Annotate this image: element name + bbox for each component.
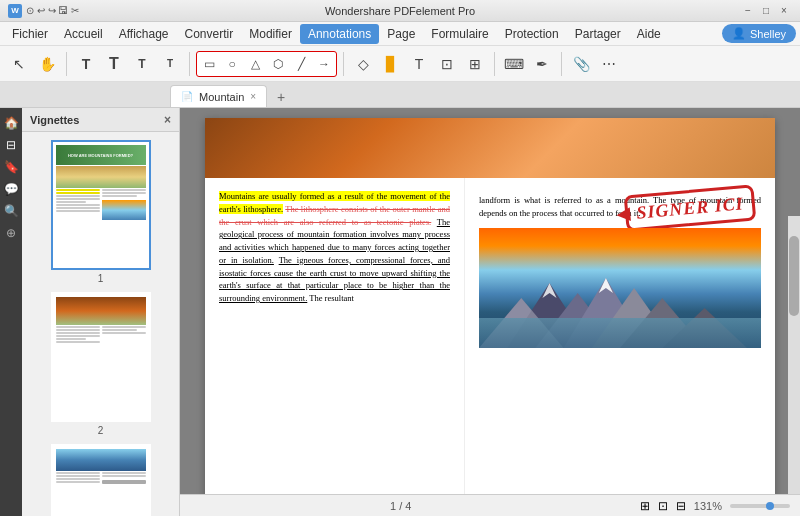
hand-tool[interactable]: ✋ [34,51,60,77]
sidebar-bookmark-icon[interactable]: 🔖 [2,158,20,176]
triangle-tool[interactable]: △ [244,53,266,75]
sidebar-search-icon[interactable]: 🔍 [2,202,20,220]
sidebar-thumbnail-icon[interactable]: ⊟ [2,136,20,154]
extra-tool[interactable]: ⋯ [596,51,622,77]
zoom-level-label: 131% [694,500,722,512]
eraser-tool[interactable]: ◇ [350,51,376,77]
cursor-tool[interactable]: ↖ [6,51,32,77]
menu-modifier[interactable]: Modifier [241,24,300,44]
text-tool-1[interactable]: T [73,51,99,77]
text-tool-3[interactable]: T [129,51,155,77]
sep5 [561,52,562,76]
sidebar-icons: 🏠 ⊟ 🔖 💬 🔍 ⊕ [0,108,22,516]
arrow-tool[interactable]: → [313,53,335,75]
text-tool-2[interactable]: T [101,51,127,77]
tab-bar: 📄 Mountain × + [0,82,800,108]
title-bar-left: W ⊙ ↩ ↪ 🖫 ✂ [8,4,79,18]
line-tool[interactable]: ╱ [290,53,312,75]
menu-bar: Fichier Accueil Affichage Convertir Modi… [0,22,800,46]
menu-page[interactable]: Page [379,24,423,44]
sidebar-comment-icon[interactable]: 💬 [2,180,20,198]
page-left-column: Mountains are usually formed as a result… [205,178,465,516]
page-content: Mountains are usually formed as a result… [205,178,775,516]
window-controls: − □ × [740,3,792,19]
user-icon: 👤 [732,27,746,40]
status-bar: 1 / 4 ⊞ ⊡ ⊟ 131% [180,494,800,516]
mountain-water [479,318,761,348]
thumbnails-title: Vignettes [30,114,79,126]
pdf-page: ◀ SIGNER ICI Mountains are usually forme… [205,118,775,516]
menu-annotations[interactable]: Annotations [300,24,379,44]
zoom-slider[interactable] [730,504,790,508]
menu-protection[interactable]: Protection [497,24,567,44]
mountain-photo [479,228,761,348]
user-badge[interactable]: 👤 Shelley [722,24,796,43]
app-icon: W [8,4,22,18]
menu-fichier[interactable]: Fichier [4,24,56,44]
thumbnail-item-2[interactable]: 2 [30,292,171,436]
menu-aide[interactable]: Aide [629,24,669,44]
page-top-image [205,118,775,178]
menu-affichage[interactable]: Affichage [111,24,177,44]
main-layout: 🏠 ⊟ 🔖 💬 🔍 ⊕ Vignettes × HOW ARE MOUNTAIN… [0,108,800,516]
toolbar: ↖ ✋ T T T T ▭ ○ △ ⬡ ╱ → ◇ ▊ T ⊡ ⊞ ⌨ ✒ 📎 … [0,46,800,82]
sep3 [343,52,344,76]
text-comment-tool[interactable]: T [406,51,432,77]
thumbnail-item-1[interactable]: HOW ARE MOUNTAINS FORMED? [30,140,171,284]
shape-tools-group: ▭ ○ △ ⬡ ╱ → [196,51,337,77]
stamp-tool[interactable]: ⊞ [462,51,488,77]
tab-close-button[interactable]: × [250,91,256,102]
thumbnail-item-3[interactable]: 3 [30,444,171,516]
menu-formulaire[interactable]: Formulaire [423,24,496,44]
zoom-slider-thumb [766,502,774,510]
maximize-button[interactable]: □ [758,3,774,19]
scrollbar-thumb[interactable] [789,236,799,316]
title-bar: W ⊙ ↩ ↪ 🖫 ✂ Wondershare PDFelement Pro −… [0,0,800,22]
sign-tool-1[interactable]: ⌨ [501,51,527,77]
pdf-viewer[interactable]: ◀ SIGNER ICI Mountains are usually forme… [180,108,800,516]
thumbnails-header: Vignettes × [22,108,179,132]
callout-tool[interactable]: ⊡ [434,51,460,77]
thumbnail-num-1: 1 [98,273,104,284]
title-bar-icons: ⊙ ↩ ↪ 🖫 ✂ [26,5,79,16]
top-image-overlay [205,118,775,178]
sep4 [494,52,495,76]
sidebar-layers-icon[interactable]: ⊕ [2,224,20,242]
fit-width-button[interactable]: ⊟ [676,499,686,513]
page-right-column: landform is what is referred to as a mou… [465,178,775,516]
sep1 [66,52,67,76]
close-button[interactable]: × [776,3,792,19]
minimize-button[interactable]: − [740,3,756,19]
fit-grid-button[interactable]: ⊞ [640,499,650,513]
normal-text-1: The resultant [309,293,354,303]
thumbnail-image-3 [51,444,151,516]
page-indicator: 1 / 4 [390,500,411,512]
highlight-tool[interactable]: ▊ [378,51,404,77]
signer-text: SIGNER ICI [636,193,745,223]
rectangle-tool[interactable]: ▭ [198,53,220,75]
tab-label: Mountain [199,91,244,103]
menu-partager[interactable]: Partager [567,24,629,44]
attachment-tool[interactable]: 📎 [568,51,594,77]
menu-accueil[interactable]: Accueil [56,24,111,44]
sep2 [189,52,190,76]
polygon-tool[interactable]: ⬡ [267,53,289,75]
right-scrollbar[interactable] [788,216,800,494]
app-title: Wondershare PDFelement Pro [325,5,475,17]
tab-mountain[interactable]: 📄 Mountain × [170,85,267,107]
thumbnail-image-1: HOW ARE MOUNTAINS FORMED? [51,140,151,270]
signer-arrow: ◀ [615,202,631,225]
user-name: Shelley [750,28,786,40]
fit-page-button[interactable]: ⊡ [658,499,668,513]
ellipse-tool[interactable]: ○ [221,53,243,75]
thumbnail-image-2 [51,292,151,422]
menu-convertir[interactable]: Convertir [177,24,242,44]
sign-tool-2[interactable]: ✒ [529,51,555,77]
sidebar-home-icon[interactable]: 🏠 [2,114,20,132]
text-tool-4[interactable]: T [157,51,183,77]
thumbnails-close-button[interactable]: × [164,113,171,127]
tab-icon: 📄 [181,91,193,102]
thumbnail-num-2: 2 [98,425,104,436]
tab-add-button[interactable]: + [271,87,291,107]
thumbnails-panel: Vignettes × HOW ARE MOUNTAINS FORMED? [22,108,180,516]
